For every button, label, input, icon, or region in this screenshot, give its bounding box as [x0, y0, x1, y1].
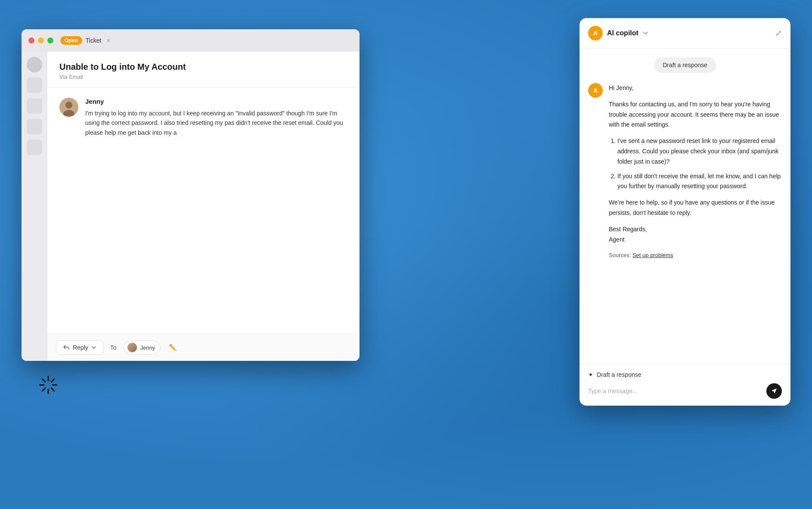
recipient-chip[interactable]: Jenny	[124, 341, 161, 354]
message-row: Jenny I'm trying to log into my account,…	[59, 98, 347, 137]
window-titlebar: Open Ticket ×	[22, 29, 360, 52]
sources-link[interactable]: Set up problems	[632, 252, 673, 258]
sidebar-btn-3[interactable]	[27, 119, 42, 134]
sidebar-btn-1[interactable]	[27, 78, 42, 93]
ai-panel-footer: ✦ Draft a response	[580, 364, 790, 406]
svg-line-10	[42, 388, 45, 391]
ai-avatar: A	[588, 26, 603, 40]
reply-dropdown-icon	[92, 346, 96, 349]
ai-panel-title: AI copilot	[607, 29, 638, 37]
message-input[interactable]	[588, 388, 762, 394]
message-sender: Jenny	[85, 98, 347, 105]
minimize-traffic-light[interactable]	[38, 37, 44, 43]
message-content: Jenny I'm trying to log into my account,…	[85, 98, 347, 137]
sparkle-decoration	[38, 375, 59, 397]
ai-para1: Thanks for contacting us, and I'm sorry …	[609, 99, 782, 130]
ticket-header: Unable to Log into My Account Via Email	[47, 52, 360, 87]
draft-response-footer-label: Draft a response	[597, 371, 642, 378]
ai-dropdown-chevron-icon[interactable]	[643, 31, 648, 35]
message-avatar	[59, 98, 78, 117]
sidebar-btn-4[interactable]	[27, 140, 42, 155]
ai-greeting: Hi Jenny,	[609, 83, 782, 93]
ai-expand-icon[interactable]: ⤢	[775, 28, 782, 38]
ai-list: I've sent a new password reset link to y…	[617, 136, 782, 192]
svg-line-7	[42, 379, 45, 382]
draft-response-top-button[interactable]: Draft a response	[654, 57, 716, 73]
send-button[interactable]	[766, 383, 782, 399]
edit-icon[interactable]: ✏️	[169, 344, 177, 351]
to-label: To	[110, 344, 117, 351]
ai-list-item-1: I've sent a new password reset link to y…	[617, 136, 782, 167]
svg-point-1	[65, 102, 72, 109]
tab-label[interactable]: Ticket	[86, 37, 102, 44]
ai-panel-body: Draft a response A Hi Jenny, Thanks for …	[580, 49, 790, 364]
ai-para2: We're here to help, so if you have any q…	[609, 198, 782, 218]
reply-button[interactable]: Reply	[56, 340, 103, 355]
ai-response-content: Hi Jenny, Thanks for contacting us, and …	[609, 83, 782, 266]
tab-area: Open Ticket ×	[60, 36, 353, 45]
sparkle-icon: ✦	[588, 371, 593, 378]
ai-panel-title-area: A AI copilot	[588, 26, 648, 40]
recipient-name: Jenny	[140, 345, 155, 351]
sidebar-btn-2[interactable]	[27, 98, 42, 114]
ai-list-item-2: If you still don't receive the email, le…	[617, 171, 782, 192]
ticket-body: Jenny I'm trying to log into my account,…	[47, 87, 360, 334]
tab-close-icon[interactable]: ×	[107, 37, 110, 44]
sidebar	[22, 52, 47, 361]
window-body: Unable to Log into My Account Via Email …	[22, 52, 360, 361]
message-input-row	[588, 383, 782, 399]
ticket-footer: Reply To Jenny ✏️	[47, 334, 360, 361]
maximize-traffic-light[interactable]	[47, 37, 53, 43]
ai-response-text: Hi Jenny, Thanks for contacting us, and …	[609, 83, 782, 260]
close-traffic-light[interactable]	[28, 37, 34, 43]
ai-panel: A AI copilot ⤢ Draft a response A Hi Jen…	[580, 18, 790, 406]
traffic-lights	[28, 37, 53, 43]
ai-response-avatar: A	[588, 83, 603, 98]
draft-response-row: ✦ Draft a response	[588, 371, 782, 378]
main-content: Unable to Log into My Account Via Email …	[47, 52, 360, 361]
ai-panel-header: A AI copilot ⤢	[580, 18, 790, 49]
svg-line-9	[51, 379, 54, 382]
ticket-window: Open Ticket × Unable to Log into My Acco…	[22, 29, 360, 361]
reply-icon	[63, 345, 69, 350]
draft-response-footer-button[interactable]: ✦ Draft a response	[588, 371, 642, 378]
ticket-title: Unable to Log into My Account	[59, 62, 347, 72]
message-text: I'm trying to log into my account, but I…	[85, 109, 347, 137]
open-status-badge: Open	[60, 36, 82, 45]
sidebar-avatar	[27, 57, 42, 72]
reply-label: Reply	[73, 344, 88, 351]
ai-closing: Best Regards, Agent	[609, 224, 782, 245]
send-icon	[771, 388, 777, 394]
ai-response-area: A Hi Jenny, Thanks for contacting us, an…	[588, 83, 782, 266]
ai-sources: Sources: Set up problems	[609, 251, 782, 260]
svg-line-8	[51, 388, 54, 391]
recipient-avatar-small	[127, 343, 137, 352]
ticket-via: Via Email	[59, 74, 347, 80]
